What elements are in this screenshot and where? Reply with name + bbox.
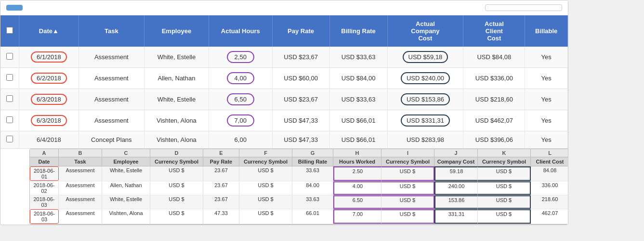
table-body: 6/1/2018AssessmentWhite, Estelle2,50USD … — [0, 47, 568, 149]
header-employee[interactable]: Employee — [144, 15, 209, 47]
xlsx-header-curr4: Currency Symbol — [478, 157, 531, 166]
select-all-checkbox[interactable] — [6, 27, 13, 34]
xlsx-clientcost: 462.07 — [531, 209, 568, 224]
row-checkbox[interactable] — [6, 116, 13, 123]
col-letter-I: I — [381, 149, 434, 157]
header-checkbox-cell — [0, 15, 19, 47]
hours-highlight: 7,00 — [227, 114, 254, 127]
xlsx-hours: 4.00 — [333, 181, 381, 195]
row-task: Assessment — [79, 68, 144, 89]
xlsx-payrate: 23.67 — [203, 166, 239, 181]
xlsx-header-curr2: Currency Symbol — [239, 157, 292, 166]
date-highlight: 6/3/2018 — [31, 94, 67, 105]
row-actual-company-cost: USD $153,86 — [387, 89, 463, 110]
row-employee: White, Estelle — [144, 47, 209, 68]
xlsx-curr2: USD $ — [239, 181, 292, 195]
xlsx-data-row: 2018-06-03AssessmentVishten, AlonaUSD $4… — [30, 209, 568, 224]
table-row: 6/3/2018AssessmentWhite, Estelle6,50USD … — [0, 89, 568, 110]
xlsx-col-letters: A B C D E F G H I J K L M — [30, 149, 568, 157]
row-pay-rate: USD $60,00 — [272, 68, 329, 89]
xlsx-header-employee: Employee — [102, 157, 150, 166]
xlsx-col-headers: Date Task Employee Currency Symbol Pay R… — [30, 157, 568, 166]
row-date: 6/3/2018 — [19, 110, 79, 131]
xlsx-curr2: USD $ — [239, 195, 292, 209]
xlsx-hours: 2.50 — [333, 166, 381, 181]
row-task: Assessment — [79, 110, 144, 131]
toolbar — [0, 0, 568, 15]
col-letter-E: E — [203, 149, 239, 157]
table-row: 6/3/2018AssessmentVishten, Alona7,00USD … — [0, 110, 568, 131]
xlsx-curr1: USD $ — [150, 181, 203, 195]
header-billable[interactable]: Billable — [525, 15, 568, 47]
row-employee: Allen, Nathan — [144, 68, 209, 89]
row-checkbox-cell — [0, 89, 19, 110]
xlsx-header-hours: Hours Worked — [333, 157, 381, 166]
hours-highlight: 2,50 — [227, 51, 254, 63]
row-billable: Yes — [525, 68, 568, 89]
row-pay-rate: USD $23,67 — [272, 47, 329, 68]
xlsx-curr4: USD $ — [478, 209, 531, 224]
xlsx-companycost: 59.18 — [434, 166, 478, 181]
row-billable: Yes — [525, 89, 568, 110]
row-actual-client-cost: USD $84,08 — [463, 47, 525, 68]
xlsx-date: 2018-06-03 — [30, 195, 59, 209]
xlsx-clientcost: 218.60 — [531, 195, 568, 209]
row-checkbox[interactable] — [6, 136, 13, 142]
xlsx-data-row: 2018-06-02AssessmentAllen, NathanUSD $23… — [30, 181, 568, 195]
row-employee: Vishten, Alona — [144, 131, 209, 149]
xlsx-header-companycost: Company Cost — [434, 157, 478, 166]
row-billing-rate: USD $84,00 — [329, 68, 387, 89]
xlsx-employee: Allen, Nathan — [102, 181, 150, 195]
xlsx-billingrate: 84.00 — [292, 181, 333, 195]
xlsx-clientcost: 336.00 — [531, 181, 568, 195]
row-billable: Yes — [525, 131, 568, 149]
table-row: 6/1/2018AssessmentWhite, Estelle2,50USD … — [0, 47, 568, 68]
row-actual-client-cost: USD $218,60 — [463, 89, 525, 110]
header-task[interactable]: Task — [79, 15, 144, 47]
time-entry-select[interactable] — [485, 4, 562, 11]
main-container: Date▲ Task Employee Actual Hours Pay Rat… — [0, 0, 568, 225]
header-date[interactable]: Date▲ — [19, 15, 79, 47]
row-billable: Yes — [525, 110, 568, 131]
header-actual-hours[interactable]: Actual Hours — [209, 15, 272, 47]
xlsx-overlay: A B C D E F G H I J K L M Date Task Empl… — [29, 149, 568, 225]
col-letter-H: H — [333, 149, 381, 157]
xlsx-billingrate: 33.63 — [292, 166, 333, 181]
cost-highlight: USD $240,00 — [401, 72, 450, 84]
xlsx-data-row: 2018-06-01AssessmentWhite, EstelleUSD $2… — [30, 166, 568, 181]
row-actual-hours: 6,00 — [209, 131, 272, 149]
row-actual-hours: 7,00 — [209, 110, 272, 131]
row-checkbox[interactable] — [6, 95, 13, 102]
row-checkbox[interactable] — [6, 74, 13, 81]
row-actual-company-cost: USD $240,00 — [387, 68, 463, 89]
xlsx-header-clientcost: Client Cost — [531, 157, 568, 166]
export-button[interactable] — [6, 5, 23, 11]
xlsx-header-curr1: Currency Symbol — [150, 157, 203, 166]
row-task: Concept Plans — [79, 131, 144, 149]
header-billing-rate[interactable]: Billing Rate — [329, 15, 387, 47]
row-actual-hours: 4,00 — [209, 68, 272, 89]
xlsx-header-curr3: Currency Symbol — [381, 157, 434, 166]
xlsx-employee: White, Estelle — [102, 166, 150, 181]
xlsx-data-row: 2018-06-03AssessmentWhite, EstelleUSD $2… — [30, 195, 568, 209]
date-highlight: 6/1/2018 — [31, 51, 67, 63]
header-actual-client-cost[interactable]: ActualClientCost — [463, 15, 525, 47]
cost-highlight: USD $331,31 — [401, 114, 450, 127]
row-actual-company-cost: USD $331,31 — [387, 110, 463, 131]
xlsx-companycost: 153.86 — [434, 195, 478, 209]
date-highlight: 6/2/2018 — [31, 73, 67, 84]
row-actual-company-cost: USD $59,18 — [387, 47, 463, 68]
xlsx-date: 2018-06-01 — [30, 166, 59, 181]
cost-highlight: USD $59,18 — [403, 51, 448, 63]
xlsx-clientcost: 84.08 — [531, 166, 568, 181]
header-pay-rate[interactable]: Pay Rate — [272, 15, 329, 47]
xlsx-curr1: USD $ — [150, 195, 203, 209]
date-highlight: 6/3/2018 — [31, 115, 67, 126]
xlsx-header-billingrate: Billing Rate — [292, 157, 333, 166]
col-letter-B: B — [59, 149, 102, 157]
row-billing-rate: USD $66,01 — [329, 110, 387, 131]
xlsx-payrate: 23.67 — [203, 181, 239, 195]
row-employee: Vishten, Alona — [144, 110, 209, 131]
row-checkbox[interactable] — [6, 53, 13, 60]
header-actual-company-cost[interactable]: ActualCompanyCost — [387, 15, 463, 47]
